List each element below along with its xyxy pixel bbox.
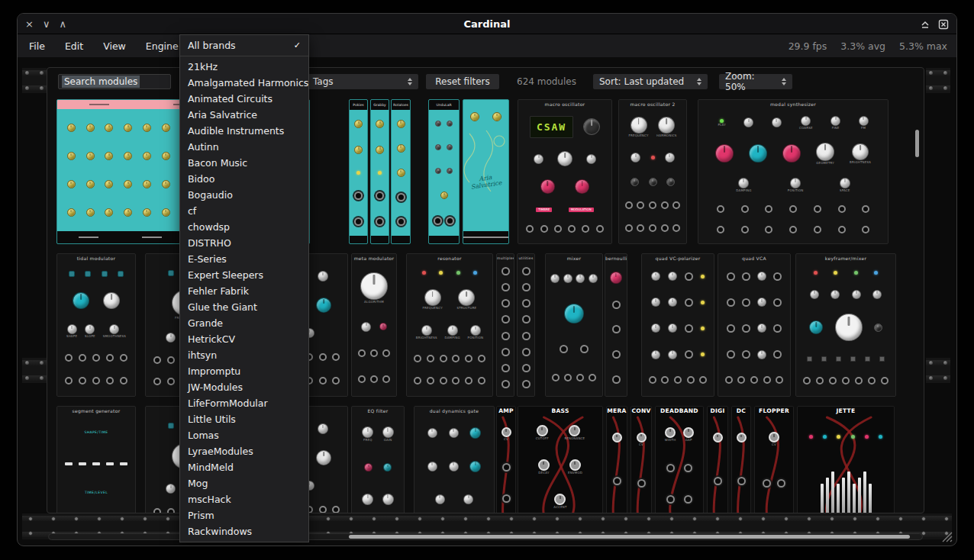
module-card-digi[interactable]: DIGI [707, 406, 728, 513]
brand-menu-item-lifeformmodular[interactable]: LifeFormModular [180, 395, 308, 411]
led-icon [879, 435, 882, 439]
module-card-segment-generator[interactable]: segment generatorSHAPE/TIMETIME/LEVEL [56, 406, 136, 513]
brand-menu-item-ihtsyn[interactable]: ihtsyn [180, 347, 308, 363]
screw-icon [40, 86, 44, 90]
brand-menu-item-expert-sleepers[interactable]: Expert Sleepers [180, 267, 308, 283]
module-title: macro oscillator [518, 100, 611, 108]
knob [166, 484, 176, 494]
module-card-dc[interactable]: DC [731, 406, 751, 513]
knob [665, 153, 675, 163]
module-card-quad-vc-polarizer[interactable]: quad VC-polarizer [641, 253, 714, 397]
brand-menu-item-little-utils[interactable]: Little Utils [180, 411, 308, 427]
brand-menu-item-distrho[interactable]: DISTRHO [180, 235, 308, 251]
brand-menu-item-e-series[interactable]: E-Series [180, 251, 308, 267]
module-card-mixer[interactable]: mixer [545, 253, 603, 397]
knob [427, 462, 437, 471]
vertical-scrollbar-thumb[interactable] [915, 130, 919, 157]
brand-menu-item-prism[interactable]: Prism [180, 507, 308, 523]
jack [120, 354, 127, 362]
resize-grip-icon[interactable] [940, 530, 953, 542]
knob [874, 323, 882, 332]
cpu-avg: 3.3% avg [840, 40, 885, 52]
knob [668, 298, 677, 307]
brand-menu-item-impromptu[interactable]: Impromptu [180, 363, 308, 379]
jack [540, 225, 548, 233]
brand-menu-item-mog[interactable]: Mog [180, 475, 308, 491]
module-card-macro-oscillator[interactable]: macro oscillatorCSAWTIMBREMODULATION [518, 99, 612, 244]
brand-menu-item-mindmeld[interactable]: MindMeld [180, 459, 308, 475]
module-card-eq-filter[interactable]: EQ filterFREQGAIN [351, 406, 405, 513]
module-card-quad-vca[interactable]: quad VCA [718, 253, 791, 397]
knob [637, 433, 647, 443]
menubar-item-engine[interactable]: Engine [146, 40, 179, 52]
module-card-amp[interactable]: AMPCV [496, 406, 516, 513]
brand-menu-item-all-brands[interactable]: All brands ✓ [180, 37, 308, 53]
brand-menu-item-autinn[interactable]: Autinn [180, 139, 308, 155]
module-card-conv[interactable]: CONVCV [631, 406, 652, 513]
knob [449, 428, 459, 438]
brand-menu-item-bacon-music[interactable]: Bacon Music [180, 155, 308, 171]
menubar-item-view[interactable]: View [103, 40, 126, 52]
brand-menu-item-hetrickcv[interactable]: HetrickCV [180, 331, 308, 347]
knob [124, 180, 132, 188]
module-card-bass[interactable]: BASSCUTOFFRESONANCEDECAYENVMODACCENT [518, 406, 603, 513]
brand-menu-item-21khz[interactable]: 21kHz [180, 59, 308, 75]
module-card-multiples[interactable]: multiples [496, 253, 514, 397]
module-card[interactable]: Aria Salvatrice [463, 99, 509, 244]
knob [809, 320, 823, 334]
module-card-dual-dynamics-gate[interactable]: dual dynamics gate [414, 406, 495, 513]
module-card-tidal-modulator[interactable]: tidal modulatorSHAPESLOPESMOOTHNESS [56, 253, 136, 397]
screw-icon [929, 376, 933, 380]
module-card-jette[interactable]: JETTE [797, 406, 895, 513]
module-card-modal-synthesizer[interactable]: modal synthesizerPLAYCOARSEFINEFMGEOMETR… [698, 99, 889, 244]
brand-menu-item-bidoo[interactable]: Bidoo [180, 171, 308, 187]
led-icon [720, 119, 724, 123]
knob [715, 144, 734, 163]
brand-menu-item-bogaudio[interactable]: Bogaudio [180, 187, 308, 203]
brand-menu-item-rackwindows[interactable]: Rackwindows [180, 523, 308, 539]
module-card-pokies[interactable]: Pokies [349, 99, 368, 244]
brand-menu-item-aria-salvatrice[interactable]: Aria Salvatrice [180, 107, 308, 123]
brand-menu-selected-label: All brands [188, 40, 236, 51]
module-card-meta-modulator[interactable]: meta modulatorALGORITHM [351, 253, 397, 397]
module-card-resonator[interactable]: resonatorFREQUENCYSTRUCTUREBRIGHTNESSDAM… [406, 253, 493, 397]
close-box-icon[interactable] [938, 19, 949, 30]
module-card-macro-oscillator-2[interactable]: macro oscillator 2FREQUENCYHARMONICS [618, 99, 687, 244]
knob [683, 427, 694, 438]
menubar-item-edit[interactable]: Edit [65, 40, 83, 52]
brand-menu-item-mschack[interactable]: mscHack [180, 491, 308, 507]
brand-menu-item-fehler-fabrik[interactable]: Fehler Fabrik [180, 283, 308, 299]
module-card-grabby[interactable]: Grabby [370, 99, 389, 244]
brand-menu-item-lomas[interactable]: Lomas [180, 427, 308, 443]
knob [449, 462, 459, 471]
jack [862, 226, 869, 233]
brand-menu-item-amalgamated-harmonics[interactable]: Amalgamated Harmonics [180, 75, 308, 91]
brand-menu-item-jw-modules[interactable]: JW-Modules [180, 379, 308, 395]
led-icon [809, 435, 813, 439]
module-card-keyframer-mixer[interactable]: keyframer/mixer [795, 253, 896, 397]
jack [742, 350, 750, 359]
module-title: Rotatoes [392, 100, 410, 110]
module-card-undular[interactable]: UnduLaR [428, 99, 460, 244]
knob [631, 153, 640, 163]
module-card-mera[interactable]: MERA [606, 406, 627, 513]
menubar-item-file[interactable]: File [29, 40, 45, 52]
brand-menu-item-audible-instruments[interactable]: Audible Instruments [180, 123, 308, 139]
knob [538, 459, 550, 471]
horizontal-scrollbar-thumb[interactable] [349, 535, 910, 539]
knob [67, 324, 77, 334]
module-card-flopper[interactable]: FLOPPERCV [754, 406, 794, 513]
brand-menu-item-animated-circuits[interactable]: Animated Circuits [180, 91, 308, 107]
module-title: Grabby [371, 100, 389, 110]
expand-top-icon[interactable] [920, 19, 930, 30]
brand-menu-item-grande[interactable]: Grande [180, 315, 308, 331]
brand-menu-item-chowdsp[interactable]: chowdsp [180, 219, 308, 235]
module-card-deadband[interactable]: DEADBANDWIDTHGAP [655, 406, 704, 513]
brand-menu-item-lyraemodules[interactable]: LyraeModules [180, 443, 308, 459]
brand-menu-item-cf[interactable]: cf [180, 203, 308, 219]
module-card-bernoulli-gate[interactable]: bernoulli gate [605, 253, 627, 397]
module-card-rotatoes[interactable]: Rotatoes [391, 99, 411, 244]
brand-menu-item-glue-the-giant[interactable]: Glue the Giant [180, 299, 308, 315]
module-title: MERA [607, 407, 627, 415]
module-card-utilities[interactable]: utilities [517, 253, 535, 397]
